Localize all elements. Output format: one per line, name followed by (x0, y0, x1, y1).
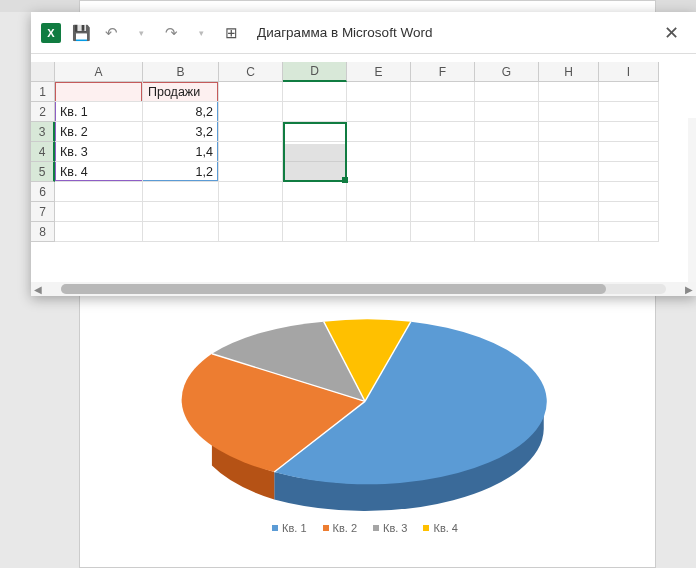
cell-g1[interactable] (475, 82, 539, 102)
cell-b4[interactable]: 1,4 (143, 142, 219, 162)
cell-h7[interactable] (539, 202, 599, 222)
col-header-b[interactable]: B (143, 62, 219, 82)
cell-a6[interactable] (55, 182, 143, 202)
cell-e6[interactable] (347, 182, 411, 202)
cell-d5[interactable] (283, 162, 347, 182)
scroll-right-icon[interactable]: ▶ (682, 284, 696, 295)
cell-a8[interactable] (55, 222, 143, 242)
scroll-track[interactable] (61, 284, 666, 294)
col-header-h[interactable]: H (539, 62, 599, 82)
row-header-8[interactable]: 8 (31, 222, 55, 242)
cell-c7[interactable] (219, 202, 283, 222)
horizontal-scrollbar[interactable]: ◀ ▶ (31, 282, 696, 296)
cell-d6[interactable] (283, 182, 347, 202)
cell-e7[interactable] (347, 202, 411, 222)
redo-dropdown-icon[interactable]: ▾ (191, 23, 211, 43)
cell-i3[interactable] (599, 122, 659, 142)
row-header-4[interactable]: 4 (31, 142, 55, 162)
cell-e2[interactable] (347, 102, 411, 122)
cell-a3[interactable]: Кв. 2 (55, 122, 143, 142)
cell-c1[interactable] (219, 82, 283, 102)
row-header-1[interactable]: 1 (31, 82, 55, 102)
spreadsheet[interactable]: A B C D E F G H I 1 Продажи 2 Кв. 1 8,2 (31, 62, 696, 296)
row-header-7[interactable]: 7 (31, 202, 55, 222)
redo-button[interactable]: ↷ (161, 23, 181, 43)
col-header-g[interactable]: G (475, 62, 539, 82)
cell-g6[interactable] (475, 182, 539, 202)
cell-i5[interactable] (599, 162, 659, 182)
cell-g5[interactable] (475, 162, 539, 182)
cell-b3[interactable]: 3,2 (143, 122, 219, 142)
cell-h4[interactable] (539, 142, 599, 162)
row-header-3[interactable]: 3 (31, 122, 55, 142)
cell-i6[interactable] (599, 182, 659, 202)
close-button[interactable]: ✕ (656, 18, 686, 48)
scroll-thumb[interactable] (61, 284, 606, 294)
cell-a4[interactable]: Кв. 3 (55, 142, 143, 162)
cell-h1[interactable] (539, 82, 599, 102)
table-icon[interactable]: ⊞ (221, 23, 241, 43)
vertical-scrollbar[interactable] (688, 118, 696, 282)
cell-g3[interactable] (475, 122, 539, 142)
cell-c2[interactable] (219, 102, 283, 122)
cell-d4[interactable] (283, 142, 347, 162)
cell-e5[interactable] (347, 162, 411, 182)
save-button[interactable]: 💾 (71, 23, 91, 43)
cell-f6[interactable] (411, 182, 475, 202)
cell-h6[interactable] (539, 182, 599, 202)
cell-i2[interactable] (599, 102, 659, 122)
cell-g2[interactable] (475, 102, 539, 122)
cell-i4[interactable] (599, 142, 659, 162)
cell-a1[interactable] (55, 82, 143, 102)
cell-f1[interactable] (411, 82, 475, 102)
cell-h8[interactable] (539, 222, 599, 242)
cell-i1[interactable] (599, 82, 659, 102)
col-header-c[interactable]: C (219, 62, 283, 82)
cell-d7[interactable] (283, 202, 347, 222)
undo-dropdown-icon[interactable]: ▾ (131, 23, 151, 43)
cell-h5[interactable] (539, 162, 599, 182)
cell-i8[interactable] (599, 222, 659, 242)
cell-a2[interactable]: Кв. 1 (55, 102, 143, 122)
cell-b1[interactable]: Продажи (143, 82, 219, 102)
cell-f8[interactable] (411, 222, 475, 242)
cell-e1[interactable] (347, 82, 411, 102)
cell-b7[interactable] (143, 202, 219, 222)
cell-c5[interactable] (219, 162, 283, 182)
cell-c3[interactable] (219, 122, 283, 142)
select-all-corner[interactable] (31, 62, 55, 82)
undo-button[interactable]: ↶ (101, 23, 121, 43)
cell-b2[interactable]: 8,2 (143, 102, 219, 122)
cell-h2[interactable] (539, 102, 599, 122)
col-header-a[interactable]: A (55, 62, 143, 82)
cell-d1[interactable] (283, 82, 347, 102)
cell-g4[interactable] (475, 142, 539, 162)
cell-g8[interactable] (475, 222, 539, 242)
row-header-5[interactable]: 5 (31, 162, 55, 182)
cell-d2[interactable] (283, 102, 347, 122)
cell-f2[interactable] (411, 102, 475, 122)
cell-g7[interactable] (475, 202, 539, 222)
cell-d8[interactable] (283, 222, 347, 242)
cell-e8[interactable] (347, 222, 411, 242)
cell-f4[interactable] (411, 142, 475, 162)
col-header-e[interactable]: E (347, 62, 411, 82)
row-header-2[interactable]: 2 (31, 102, 55, 122)
cell-b5[interactable]: 1,2 (143, 162, 219, 182)
cell-c4[interactable] (219, 142, 283, 162)
cell-a5[interactable]: Кв. 4 (55, 162, 143, 182)
cell-e4[interactable] (347, 142, 411, 162)
cell-c6[interactable] (219, 182, 283, 202)
col-header-d[interactable]: D (283, 62, 347, 82)
col-header-i[interactable]: I (599, 62, 659, 82)
cell-i7[interactable] (599, 202, 659, 222)
cell-c8[interactable] (219, 222, 283, 242)
cell-f5[interactable] (411, 162, 475, 182)
cell-h3[interactable] (539, 122, 599, 142)
cell-e3[interactable] (347, 122, 411, 142)
cell-f7[interactable] (411, 202, 475, 222)
row-header-6[interactable]: 6 (31, 182, 55, 202)
cell-f3[interactable] (411, 122, 475, 142)
scroll-left-icon[interactable]: ◀ (31, 284, 45, 295)
cell-d3[interactable] (283, 122, 347, 142)
